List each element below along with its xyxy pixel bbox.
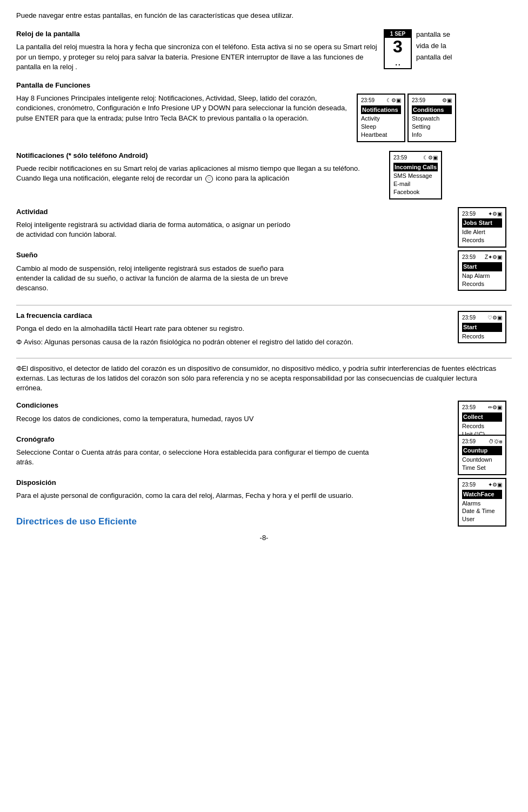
actividad-watch-time: 23:59 — [462, 210, 476, 218]
notificaciones-watch: 23:59 ☾⚙▣ Incoming Calls SMS Message E-m… — [389, 151, 442, 199]
notificaciones-watch-time: 23:59 — [393, 154, 407, 162]
sueno-row: Sueño Cambio al modo de suspensión, relo… — [16, 250, 512, 296]
intro-section: Puede navegar entre estas pantallas, en … — [16, 11, 512, 21]
funciones-watch1-item3: Heartbeat — [361, 131, 401, 139]
disposicion-row: Disposición Para el ajuste personal de c… — [16, 478, 512, 504]
divider2 — [16, 358, 512, 358]
notificaciones-title: Notificaciones (* sólo teléfono Android) — [16, 151, 384, 161]
calendar-day: 3 — [385, 38, 411, 55]
notificaciones-section: Notificaciones (* sólo teléfono Android)… — [16, 151, 512, 199]
disposicion-watch-time: 23:59 — [462, 481, 476, 489]
funciones-watch2-item3: Info — [412, 131, 452, 139]
funciones-watch1-item1: Activity — [361, 115, 401, 123]
funciones-watch1-time: 23:59 — [361, 97, 375, 104]
sueno-title: Sueño — [16, 250, 308, 260]
cronografo-title: Cronógrafo — [16, 435, 384, 444]
cronografo-watch-item1: Countdown — [462, 456, 502, 464]
frecuencia-watch-time: 23:59 — [462, 314, 476, 322]
disposicion-watch-item2: Date & Time — [462, 507, 502, 515]
notificaciones-body2: icono para la aplicación — [216, 174, 289, 182]
cronografo-body: Seleccione Contar o Cuenta atrás para co… — [16, 448, 384, 467]
actividad-title: Actividad — [16, 207, 308, 217]
clock-side-text: pantalla se vida de la pantalla del — [416, 29, 452, 63]
sueno-watch-item0: Start — [462, 262, 502, 271]
clock-row: Reloj de la pantalla La pantalla del rel… — [16, 29, 512, 75]
notificaciones-watch-item2: E-mail — [393, 180, 438, 188]
frecuencia-body2: Φ Aviso: Algunas personas causa de la ra… — [16, 337, 353, 347]
clock-section: Reloj de la pantalla La pantalla del rel… — [16, 29, 512, 75]
cronografo-row: Cronógrafo Seleccione Contar o Cuenta at… — [16, 435, 512, 471]
cronografo-watch-item0: Countup — [462, 446, 502, 455]
condiciones-section: Condiciones Recoge los datos de condicio… — [16, 401, 253, 427]
actividad-sueno-row: Actividad Reloj inteligente registrará s… — [16, 207, 512, 243]
directrices-title: Directrices de uso Eficiente — [16, 515, 512, 528]
disposicion-title: Disposición — [16, 478, 353, 488]
clock-body: La pantalla del reloj muestra la hora y … — [16, 42, 378, 72]
sueno-watch-item1: Nap Alarm — [462, 272, 502, 280]
bell-icon: ♡ — [205, 175, 213, 183]
disposicion-watch-item0: WatchFace — [462, 490, 502, 499]
sueno-watch-time: 23:59 — [462, 254, 476, 261]
clock-side-content: 1 SEP 3 .. pantalla se vida de la pantal… — [384, 29, 470, 69]
divider1 — [16, 305, 512, 305]
disposicion-section: Disposición Para el ajuste personal de c… — [16, 478, 353, 504]
sueno-body: Cambio al modo de suspensión, reloj inte… — [16, 264, 297, 294]
notificaciones-watch-icons: ☾⚙▣ — [423, 154, 438, 162]
funciones-body: Hay 8 Funciones Principales inteligente … — [16, 94, 351, 139]
main-content: Puede navegar entre estas pantallas, en … — [16, 11, 512, 543]
condiciones-row: Condiciones Recoge los datos de condicio… — [16, 401, 512, 427]
frecuencia-watch-icons: ♡⚙▣ — [487, 314, 502, 322]
condiciones-watch-time: 23:59 — [462, 404, 476, 411]
funciones-watch1-icons: ☾⚙▣ — [386, 97, 401, 104]
frecuencia-section: La frecuencia cardíaca Ponga el dedo en … — [16, 311, 353, 350]
actividad-watch-item2: Records — [462, 236, 502, 244]
cronografo-section: Cronógrafo Seleccione Contar o Cuenta at… — [16, 435, 384, 471]
actividad-body: Reloj inteligente registrará su activida… — [16, 220, 297, 239]
intro-text: Puede navegar entre estas pantallas, en … — [16, 11, 512, 21]
cronografo-watch: 23:59 ⏱⚙▣ Countup Countdown Time Set — [458, 435, 506, 475]
condiciones-watch-item1: Records — [462, 422, 502, 430]
funciones-watch2-time: 23:59 — [412, 97, 425, 104]
notificaciones-watch-item0: Incoming Calls — [393, 163, 438, 172]
sueno-section: Sueño Cambio al modo de suspensión, relo… — [16, 250, 308, 296]
clock-side-text-3: pantalla del — [416, 52, 452, 63]
funciones-watch1-item0: Notifications — [361, 105, 401, 115]
disposicion-watch-item3: User — [462, 515, 502, 523]
frecuencia-body3: ΦEl dispositivo, el detector de latido d… — [16, 364, 503, 394]
clock-side-text-1: pantalla se — [416, 29, 452, 41]
frecuencia-body1: Ponga el dedo en la almohadilla táctil H… — [16, 324, 353, 334]
funciones-watch2: 23:59 ⚙▣ Conditions Stopwatch Setting In… — [407, 94, 456, 142]
condiciones-title: Condiciones — [16, 401, 253, 410]
notificaciones-watch-item1: SMS Message — [393, 172, 438, 180]
frecuencia-title: La frecuencia cardíaca — [16, 311, 353, 321]
page-number: -8- — [16, 533, 512, 543]
notificaciones-body: Puede recibir notificaciones en su Smart… — [16, 164, 384, 183]
actividad-watch: 23:59 ✦⚙▣ Jobs Start Idle Alert Records — [458, 207, 506, 248]
frecuencia-watch: 23:59 ♡⚙▣ Start Records — [458, 311, 506, 343]
funciones-watch2-item1: Stopwatch — [412, 115, 452, 123]
disposicion-watch-icons: ✦⚙▣ — [488, 481, 502, 489]
actividad-watch-item1: Idle Alert — [462, 228, 502, 236]
actividad-section: Actividad Reloj inteligente registrará s… — [16, 207, 308, 243]
frecuencia-watch-item1: Records — [462, 332, 502, 341]
clock-text: Reloj de la pantalla La pantalla del rel… — [16, 29, 378, 75]
funciones-watch1-item2: Sleep — [361, 123, 401, 131]
funciones-watch2-icons: ⚙▣ — [442, 97, 452, 104]
actividad-watch-icons: ✦⚙▣ — [488, 210, 502, 218]
directrices-section: Directrices de uso Eficiente — [16, 515, 512, 528]
clock-side-text-2: vida de la — [416, 41, 452, 52]
condiciones-body: Recoge los datos de condiciones, como la… — [16, 414, 253, 424]
disposicion-watch-item1: Alarms — [462, 500, 502, 508]
condiciones-watch-item0: Collect — [462, 412, 502, 422]
notificaciones-text: Notificaciones (* sólo teléfono Android)… — [16, 151, 384, 199]
frecuencia-watch-item0: Start — [462, 323, 502, 332]
disposicion-body: Para el ajuste personal de configuración… — [16, 491, 353, 501]
notificaciones-watch-item3: Facebook — [393, 188, 438, 196]
sueno-watch-icons: Z✦⚙▣ — [485, 254, 502, 261]
funciones-watch2-item2: Setting — [412, 123, 452, 131]
calendar-dots: .. — [385, 55, 411, 68]
funciones-watch2-item0: Conditions — [412, 105, 452, 115]
funciones-title: Pantalla de Funciones — [16, 81, 512, 90]
cronografo-watch-time: 23:59 — [462, 438, 476, 445]
actividad-watch-item0: Jobs Start — [462, 218, 502, 228]
